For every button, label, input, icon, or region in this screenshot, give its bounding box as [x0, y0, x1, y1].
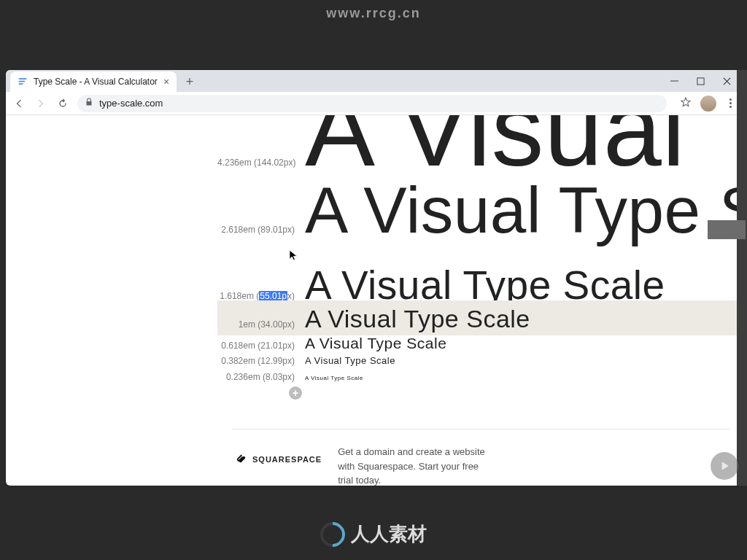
tab-title: Type Scale - A Visual Calculator: [34, 77, 158, 87]
sample-text: A Visual Type Scale: [305, 265, 665, 306]
address-bar[interactable]: type-scale.com: [77, 95, 667, 112]
divider: [232, 429, 729, 429]
close-window-button[interactable]: [713, 71, 740, 90]
scale-label: 1em (34.00px): [217, 319, 305, 330]
watermark-top: www.rrcg.cn: [0, 6, 747, 21]
browser-tab[interactable]: Type Scale - A Visual Calculator ×: [10, 71, 177, 92]
browser-window: Type Scale - A Visual Calculator × + typ…: [6, 70, 741, 486]
scale-label: 0.382em (12.99px): [217, 356, 305, 366]
scale-label: 1.618em (55.01px): [217, 291, 305, 301]
scale-label: 0.618em (21.01px): [217, 341, 305, 351]
footer-brand: 人人素材: [0, 521, 747, 547]
titlebar: Type Scale - A Visual Calculator × +: [6, 70, 741, 92]
sample-text: A Visual Type Scale: [305, 376, 363, 381]
tab-close-icon[interactable]: ×: [163, 77, 169, 87]
carbon-ad[interactable]: SQUARESPACE Get a domain and create a we…: [236, 445, 491, 486]
window-controls: [661, 71, 740, 90]
sample-text: A Visual Type Scale: [305, 306, 530, 331]
add-row-button[interactable]: +: [289, 386, 302, 400]
svg-rect-1: [697, 77, 703, 84]
url-text: type-scale.com: [99, 98, 163, 109]
squarespace-icon: [236, 454, 248, 465]
chrome-menu-button[interactable]: [725, 98, 735, 108]
footer-mark-icon: [315, 516, 350, 551]
profile-avatar[interactable]: [700, 96, 716, 112]
play-overlay-button[interactable]: [711, 452, 738, 480]
scale-row: 1.618em (55.01px) A Visual Type Scale: [217, 265, 665, 306]
forward-button[interactable]: [34, 96, 48, 111]
lock-icon: [85, 98, 93, 109]
scale-row: 4.236em (144.02px) A Visual: [217, 115, 686, 182]
scale-row-highlighted[interactable]: 1em (34.00px) A Visual Type Scale: [217, 300, 737, 335]
scale-label: 2.618em (89.01px): [217, 225, 305, 235]
squarespace-logo: SQUARESPACE: [236, 454, 322, 465]
page-viewport: 4.236em (144.02px) A Visual 2.618em (89.…: [6, 115, 741, 486]
scale-label: 0.236em (8.03px): [217, 372, 305, 382]
scale-row: 0.382em (12.99px) A Visual Type Scale: [217, 356, 395, 366]
scale-row: 2.618em (89.01px) A Visual Type S: [217, 178, 741, 243]
scale-label: 4.236em (144.02px): [217, 158, 305, 168]
new-tab-button[interactable]: +: [181, 73, 198, 90]
scale-row: 0.618em (21.01px) A Visual Type Scale: [217, 335, 446, 351]
reload-button[interactable]: [55, 96, 70, 111]
sample-text: A Visual: [305, 115, 686, 182]
toolbar: type-scale.com: [6, 92, 741, 115]
outer-scrollbar-track[interactable]: [737, 70, 747, 486]
bookmark-star-icon[interactable]: [680, 96, 692, 111]
selected-text: 55.01p: [259, 291, 287, 301]
outer-scrollbar-thumb[interactable]: [708, 220, 746, 239]
scale-row: 0.236em (8.03px) A Visual Type Scale: [217, 372, 363, 382]
maximize-button[interactable]: [687, 71, 713, 90]
type-scale-content: 4.236em (144.02px) A Visual 2.618em (89.…: [217, 115, 741, 486]
minimize-button[interactable]: [661, 71, 687, 90]
ad-copy: Get a domain and create a website with S…: [338, 445, 491, 486]
sample-text: A Visual Type Scale: [305, 335, 446, 351]
sample-text: A Visual Type Scale: [305, 356, 395, 365]
sample-text: A Visual Type S: [305, 178, 741, 243]
play-icon: [717, 459, 732, 473]
svg-rect-0: [670, 80, 678, 81]
favicon: [18, 77, 28, 87]
back-button[interactable]: [12, 96, 26, 111]
